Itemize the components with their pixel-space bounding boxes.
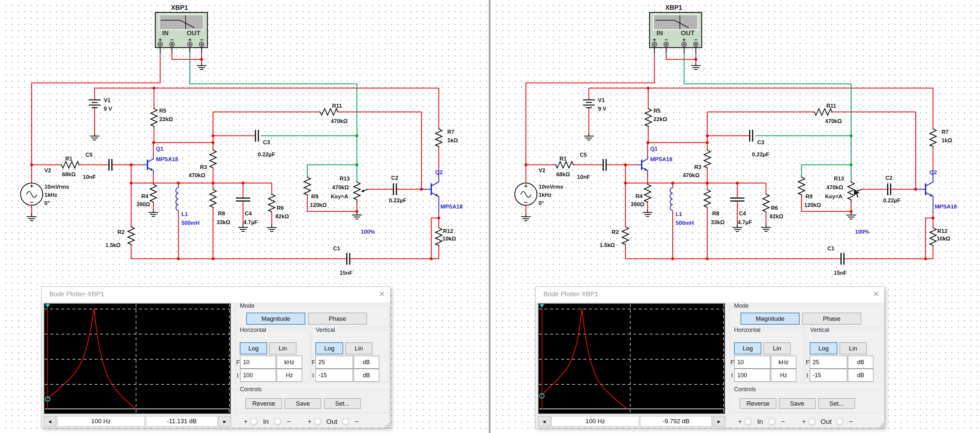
vertical-f-input[interactable] [315, 356, 353, 369]
vertical-f-input[interactable] [810, 356, 847, 369]
resistors[interactable] [555, 108, 936, 246]
label-r4-val: 390Ω [136, 201, 150, 207]
circuit-schematic: XBP1 IN OUT + − + − [494, 0, 980, 284]
vertical-lin-button[interactable]: Lin [345, 342, 372, 354]
bode-plotter-instrument[interactable]: XBP1 IN OUT + − + − [155, 4, 207, 48]
label-r13-val: 470kΩ [332, 185, 349, 191]
vertical-log-button[interactable]: Log [315, 342, 343, 354]
label-r3-val: 470kΩ [683, 172, 700, 178]
label-r13-percent: 100% [361, 229, 375, 235]
label-r13-val: 470kΩ [826, 185, 843, 191]
in-minus-sign: − [287, 418, 291, 425]
out-minus-sign: − [355, 418, 358, 425]
bode-plotter-window: Bode Plotter-XBP1 × ◄ 100 Hz -9.792 dB ►… [535, 287, 885, 428]
bode-plot-area[interactable] [538, 303, 725, 414]
bode-plotter-instrument[interactable]: XBP1 IN OUT + − + − [649, 4, 702, 48]
out-plus-terminal[interactable] [808, 418, 816, 425]
transistor-q1[interactable] [637, 154, 648, 175]
in-plus-terminal[interactable] [250, 418, 258, 425]
out-minus-terminal[interactable] [342, 418, 349, 425]
in-plus-terminal[interactable] [745, 418, 752, 425]
cursor-right-button[interactable]: ► [713, 416, 725, 427]
mode-group: Mode Magnitude Phase [235, 306, 389, 327]
horizontal-lin-button[interactable]: Lin [269, 342, 296, 354]
capacitors[interactable] [603, 130, 891, 264]
inductor-l1[interactable] [176, 188, 178, 210]
magnitude-button[interactable]: Magnitude [741, 313, 800, 325]
horizontal-f-input[interactable] [734, 356, 770, 369]
out-minus-terminal[interactable] [836, 418, 844, 425]
phase-button[interactable]: Phase [308, 313, 367, 325]
transistor-q2[interactable] [916, 170, 933, 213]
transistor-q2[interactable] [422, 170, 439, 213]
label-c1-val: 15nF [834, 270, 847, 276]
transistor-q1[interactable] [143, 154, 153, 175]
reverse-button[interactable]: Reverse [245, 398, 282, 409]
label-q2-val: MPSA18 [935, 204, 957, 210]
horizontal-i-input[interactable] [734, 369, 770, 382]
in-minus-terminal[interactable] [768, 418, 776, 425]
horizontal-f-input[interactable] [240, 356, 276, 369]
label-c4-ref: C4 [245, 210, 252, 216]
phase-button[interactable]: Phase [802, 313, 861, 325]
green-wires[interactable] [190, 53, 357, 181]
ac-source-v2[interactable] [21, 183, 43, 205]
label-c3-ref: C3 [757, 139, 764, 145]
save-button[interactable]: Save [285, 398, 321, 409]
vertical-i-label: I [312, 372, 314, 379]
close-icon[interactable]: × [379, 288, 385, 300]
vertical-i-input[interactable] [315, 369, 353, 382]
ac-source-v2[interactable] [515, 183, 537, 205]
set-button[interactable]: Set... [818, 398, 855, 409]
resistors[interactable] [60, 108, 442, 246]
cursor-left-button[interactable]: ◄ [538, 416, 550, 427]
out-plus-terminal[interactable] [314, 418, 322, 425]
label-c3-ref: C3 [263, 139, 270, 145]
bode-titlebar[interactable]: Bode Plotter-XBP1 × [536, 287, 885, 302]
inductor-l1[interactable] [670, 188, 673, 210]
label-v1-val: 9 V [104, 106, 112, 112]
magnitude-button[interactable]: Magnitude [246, 313, 305, 325]
bode-titlebar[interactable]: Bode Plotter-XBP1 × [41, 287, 390, 302]
label-c3-val: 0.22µF [258, 151, 275, 158]
set-button[interactable]: Set... [324, 398, 361, 409]
label-v1-ref: V1 [598, 97, 605, 103]
cursor-right-button[interactable]: ► [219, 416, 231, 427]
in-minus-terminal[interactable] [274, 418, 282, 425]
horizontal-log-button[interactable]: Log [240, 342, 267, 354]
horizontal-lin-button[interactable]: Lin [764, 342, 791, 354]
vertical-lin-button[interactable]: Lin [839, 342, 867, 354]
label-r5-ref: R5 [159, 108, 166, 114]
potentiometer-wiper[interactable] [361, 189, 368, 192]
label-c1-val: 15nF [340, 270, 353, 276]
vertical-log-button[interactable]: Log [810, 342, 837, 354]
label-v2-l3: 0° [539, 200, 544, 206]
label-r5-ref: R5 [654, 108, 660, 114]
save-button[interactable]: Save [779, 398, 816, 409]
in-label: IN [656, 29, 663, 37]
green-wires[interactable] [684, 53, 851, 181]
label-r13-key: Key=A [825, 194, 842, 200]
label-q1-ref: Q1 [156, 146, 164, 152]
cursor-left-button[interactable]: ◄ [44, 416, 56, 427]
vertical-i-input[interactable] [810, 369, 847, 382]
battery-v1[interactable] [89, 100, 100, 108]
label-v2-ref: V2 [45, 167, 51, 174]
label-r8-ref: R8 [712, 210, 719, 216]
horizontal-log-button[interactable]: Log [734, 342, 761, 354]
label-c1-ref: C1 [333, 245, 340, 252]
close-icon[interactable]: × [873, 288, 879, 300]
resize-grip[interactable] [384, 423, 386, 425]
vertical-i-unit: dB [848, 369, 873, 382]
resize-grip[interactable] [878, 423, 880, 425]
in-plus-sign: + [738, 418, 742, 425]
controls-group-label: Controls [238, 386, 263, 393]
bode-plot-area[interactable] [44, 303, 231, 414]
capacitors[interactable] [109, 130, 396, 264]
battery-v1[interactable] [583, 100, 595, 108]
horizontal-i-input[interactable] [240, 369, 276, 382]
horizontal-i-label: I [731, 372, 733, 379]
horizontal-f-unit: kHz [771, 356, 796, 369]
bode-window-title: Bode Plotter-XBP1 [49, 290, 104, 298]
reverse-button[interactable]: Reverse [740, 398, 776, 409]
